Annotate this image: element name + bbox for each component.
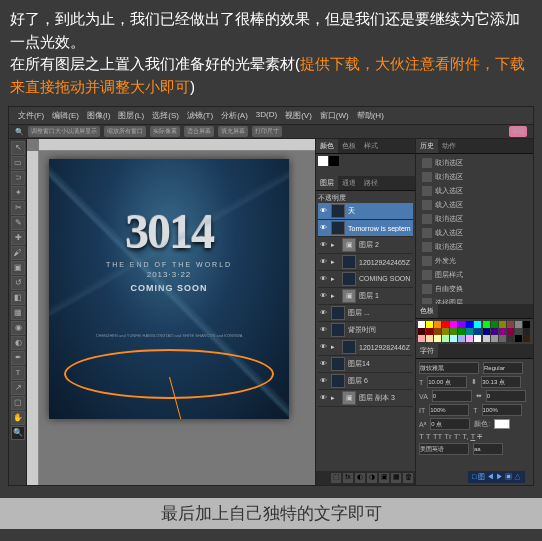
- swatch[interactable]: [442, 321, 449, 328]
- document-canvas[interactable]: 3014 THE END OF THE WORLD 2013·3·22 COMI…: [49, 159, 289, 419]
- hscale[interactable]: [482, 404, 522, 416]
- visibility-icon[interactable]: 👁: [320, 326, 328, 334]
- dodge-tool[interactable]: ◐: [11, 336, 25, 350]
- swatch[interactable]: [507, 328, 514, 335]
- opt-print[interactable]: 打印尺寸: [252, 126, 282, 137]
- swatch[interactable]: [507, 335, 514, 342]
- path-tool[interactable]: ↗: [11, 381, 25, 395]
- swatch[interactable]: [483, 321, 490, 328]
- workspace-button[interactable]: 基础: [509, 126, 527, 137]
- visibility-icon[interactable]: 👁: [320, 258, 328, 266]
- layer-row[interactable]: 👁▸COMING SOON 副本: [318, 271, 413, 288]
- fx-icon[interactable]: fx: [343, 473, 353, 483]
- layer-row[interactable]: 👁▸▣图层 2: [318, 237, 413, 254]
- wand-tool[interactable]: ✦: [11, 186, 25, 200]
- visibility-icon[interactable]: 👁: [320, 394, 328, 402]
- layer-row[interactable]: 👁图层14: [318, 356, 413, 373]
- text-color[interactable]: [494, 419, 510, 429]
- stamp-tool[interactable]: ▣: [11, 261, 25, 275]
- baseline[interactable]: [430, 418, 470, 430]
- swatch[interactable]: [499, 328, 506, 335]
- layer-row[interactable]: 👁▸120129282446Z: [318, 339, 413, 356]
- menu-window[interactable]: 窗口(W): [317, 109, 352, 122]
- tab-swatches[interactable]: 色板: [338, 139, 360, 153]
- tab-channels[interactable]: 通道: [338, 176, 360, 190]
- visibility-icon[interactable]: 👁: [320, 207, 328, 215]
- visibility-icon[interactable]: 👁: [320, 377, 328, 385]
- history-step[interactable]: 载入选区: [418, 184, 531, 198]
- language[interactable]: [419, 443, 469, 455]
- tab-swatches2[interactable]: 色板: [416, 304, 438, 318]
- history-step[interactable]: 外发光: [418, 254, 531, 268]
- brush-tool[interactable]: 🖌: [11, 246, 25, 260]
- swatch[interactable]: [426, 335, 433, 342]
- opt-fill[interactable]: 填充屏幕: [218, 126, 248, 137]
- visibility-icon[interactable]: 👁: [320, 309, 328, 317]
- tracking[interactable]: [486, 390, 526, 402]
- swatch[interactable]: [434, 335, 441, 342]
- history-step[interactable]: 自由变换: [418, 282, 531, 296]
- opt-resize[interactable]: 调整窗口大小以满屏显示: [28, 126, 100, 137]
- menu-filter[interactable]: 滤镜(T): [184, 109, 216, 122]
- visibility-icon[interactable]: 👁: [320, 292, 328, 300]
- swatch[interactable]: [466, 335, 473, 342]
- swatch[interactable]: [474, 328, 481, 335]
- opt-fit[interactable]: 适合屏幕: [184, 126, 214, 137]
- swatch[interactable]: [523, 321, 530, 328]
- folder-icon[interactable]: ▣: [379, 473, 389, 483]
- pen-tool[interactable]: ✒: [11, 351, 25, 365]
- visibility-icon[interactable]: 👁: [320, 241, 328, 249]
- menu-edit[interactable]: 编辑(E): [49, 109, 82, 122]
- tab-character[interactable]: 字符: [416, 344, 438, 358]
- blur-tool[interactable]: ◉: [11, 321, 25, 335]
- visibility-icon[interactable]: 👁: [320, 224, 328, 232]
- visibility-icon[interactable]: 👁: [320, 343, 328, 351]
- kerning[interactable]: [432, 390, 472, 402]
- layer-row[interactable]: 👁▸▣图层 副本 3: [318, 390, 413, 407]
- swatch[interactable]: [491, 335, 498, 342]
- tab-color[interactable]: 颜色: [316, 139, 338, 153]
- swatch[interactable]: [442, 335, 449, 342]
- swatch[interactable]: [499, 335, 506, 342]
- font-family[interactable]: [419, 362, 479, 374]
- bg-color[interactable]: [329, 156, 339, 166]
- tab-paths[interactable]: 路径: [360, 176, 382, 190]
- menu-select[interactable]: 选择(S): [149, 109, 182, 122]
- history-brush-tool[interactable]: ↺: [11, 276, 25, 290]
- move-tool[interactable]: ↖: [11, 141, 25, 155]
- menu-layer[interactable]: 图层(L): [115, 109, 147, 122]
- antialias[interactable]: [473, 443, 503, 455]
- swatch[interactable]: [450, 335, 457, 342]
- history-step[interactable]: 图层样式: [418, 268, 531, 282]
- swatch[interactable]: [418, 321, 425, 328]
- swatch[interactable]: [458, 328, 465, 335]
- visibility-icon[interactable]: 👁: [320, 360, 328, 368]
- swatch[interactable]: [483, 328, 490, 335]
- swatch[interactable]: [515, 328, 522, 335]
- lasso-tool[interactable]: ⊃: [11, 171, 25, 185]
- menu-view[interactable]: 视图(V): [282, 109, 315, 122]
- history-step[interactable]: 载入选区: [418, 226, 531, 240]
- swatch[interactable]: [466, 321, 473, 328]
- layer-row[interactable]: 👁背景时间: [318, 322, 413, 339]
- history-step[interactable]: 载入选区: [418, 198, 531, 212]
- menu-file[interactable]: 文件(F): [15, 109, 47, 122]
- tab-styles[interactable]: 样式: [360, 139, 382, 153]
- tab-actions[interactable]: 动作: [438, 139, 460, 153]
- swatch[interactable]: [442, 328, 449, 335]
- font-style[interactable]: [483, 362, 523, 374]
- swatch[interactable]: [426, 321, 433, 328]
- swatch[interactable]: [507, 321, 514, 328]
- swatch[interactable]: [458, 335, 465, 342]
- swatch[interactable]: [434, 321, 441, 328]
- swatch[interactable]: [418, 328, 425, 335]
- type-tool[interactable]: T: [11, 366, 25, 380]
- visibility-icon[interactable]: 👁: [320, 275, 328, 283]
- swatch[interactable]: [426, 328, 433, 335]
- swatch[interactable]: [499, 321, 506, 328]
- marquee-tool[interactable]: ▭: [11, 156, 25, 170]
- menu-analysis[interactable]: 分析(A): [218, 109, 251, 122]
- swatch[interactable]: [434, 328, 441, 335]
- hand-tool[interactable]: ✋: [11, 411, 25, 425]
- leading[interactable]: [481, 376, 521, 388]
